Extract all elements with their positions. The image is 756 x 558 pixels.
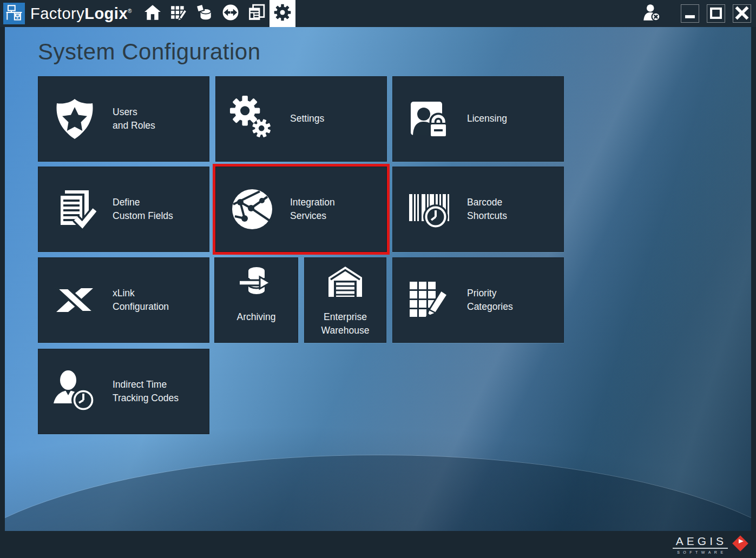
tile-barcode-shortcuts[interactable]: Barcode Shortcuts [392, 167, 564, 252]
tile-indirect-time-tracking-codes[interactable]: Indirect Time Tracking Codes [38, 349, 209, 434]
factorylogix-logo [3, 3, 25, 24]
maximize-icon [709, 6, 723, 22]
tile-label: Users and Roles [113, 105, 155, 133]
main-nav [140, 0, 295, 27]
globe-network-icon [229, 187, 275, 232]
app-window: FactoryLogix® [0, 0, 756, 558]
tile-enterprise-warehouse[interactable]: Enterprise Warehouse [304, 257, 386, 343]
registered-mark: ® [128, 8, 132, 14]
grid-pencil-large-icon [406, 277, 452, 323]
tile-archiving[interactable]: Archiving [214, 257, 298, 343]
report-windows-icon [248, 4, 265, 23]
user-signout-button[interactable] [641, 3, 662, 24]
minimize-button[interactable] [681, 4, 699, 23]
aegis-brand-name: AEGIS [673, 535, 728, 549]
maximize-button[interactable] [707, 4, 725, 23]
tile-define-custom-fields[interactable]: Define Custom Fields [38, 167, 209, 252]
tile-priority-categories[interactable]: Priority Categories [392, 257, 564, 343]
tile-integration-services[interactable]: Integration Services [215, 167, 387, 252]
sync-arrows-icon [222, 4, 239, 23]
tile-label: Barcode Shortcuts [467, 196, 507, 223]
wallpaper-background: System Configuration Users and Roles [5, 27, 751, 531]
id-card-lock-icon [406, 96, 452, 142]
tile-xlink-configuration[interactable]: xLink Configuration [38, 257, 209, 343]
desk-computer-icon [5, 3, 23, 24]
tile-label: Settings [290, 112, 324, 125]
brand-name-light: Factory [30, 5, 84, 22]
nav-work-orders-button[interactable] [166, 0, 192, 27]
tile-label: Define Custom Fields [113, 196, 173, 223]
tile-label: Priority Categories [467, 287, 513, 314]
minimize-icon [683, 6, 697, 22]
database-arrow-icon [237, 264, 276, 303]
tile-label: Indirect Time Tracking Codes [113, 378, 179, 406]
brand-name: FactoryLogix® [30, 5, 132, 23]
tile-label: Licensing [467, 112, 507, 125]
footer-bar: AEGIS SOFTWARE [0, 531, 756, 558]
materials-bin-icon [196, 4, 213, 23]
nav-home-button[interactable] [140, 0, 166, 27]
tile-label: xLink Configuration [113, 287, 169, 314]
tile-licensing[interactable]: Licensing [392, 76, 564, 162]
titlebar: FactoryLogix® [0, 0, 756, 27]
wallpaper-bottom-curve [5, 455, 751, 531]
tile-users-and-roles[interactable]: Users and Roles [38, 76, 209, 162]
tile-label: Enterprise Warehouse [321, 310, 370, 338]
grid-pencil-icon [170, 4, 187, 23]
barcode-clock-icon [406, 187, 452, 232]
aegis-diamond-flag-icon [731, 534, 750, 555]
shield-star-icon [52, 96, 97, 142]
warehouse-icon [326, 264, 365, 303]
page-title: System Configuration [38, 39, 261, 65]
brand-name-bold: Logix [84, 5, 128, 22]
tile-label: Archiving [237, 310, 276, 324]
nav-system-configuration-button[interactable] [269, 0, 295, 27]
close-icon [734, 5, 750, 22]
tile-settings[interactable]: Settings [215, 76, 387, 162]
window-controls [681, 4, 751, 23]
gear-icon [273, 3, 292, 24]
aegis-logo: AEGIS SOFTWARE [673, 534, 750, 555]
aegis-brand-subtitle: SOFTWARE [674, 550, 726, 554]
nav-documents-button[interactable] [244, 0, 269, 27]
person-clock-icon [52, 369, 97, 414]
home-icon [144, 4, 161, 23]
aegis-logo-text: AEGIS SOFTWARE [673, 535, 728, 554]
document-check-icon [52, 187, 97, 232]
close-button[interactable] [733, 4, 751, 23]
tile-label: Integration Services [290, 196, 335, 223]
user-signed-out-icon [642, 3, 661, 24]
gears-icon [229, 96, 275, 142]
xlink-logo-icon [52, 277, 97, 323]
nav-data-exchange-button[interactable] [218, 0, 244, 27]
nav-materials-button[interactable] [192, 0, 218, 27]
